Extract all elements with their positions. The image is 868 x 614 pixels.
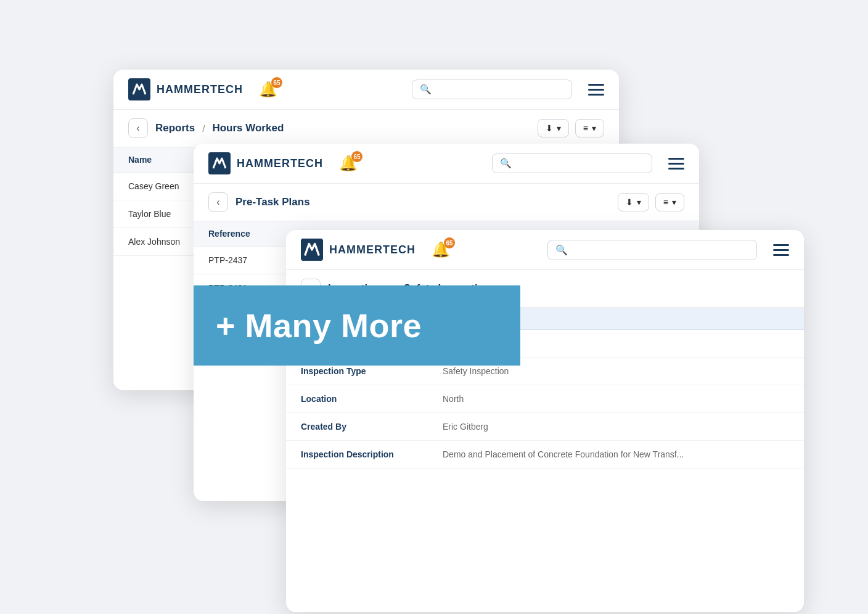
detail-row-created-by: Created By Eric Gitberg [286,413,804,441]
breadcrumb-current-card1: Hours Worked [212,122,284,134]
bell-wrapper-card1[interactable]: 🔔 65 [259,81,277,98]
brand-card2: HAMMERTECH [208,152,323,174]
filter-chevron-card1: ▾ [592,123,596,133]
export-button-card2[interactable]: ⬇ ▾ [618,193,649,211]
search-icon-card1: 🔍 [420,84,432,95]
field-label-inspection-type: Inspection Type [301,366,443,376]
brand-name-card3: HAMMERTECH [329,244,416,256]
search-bar-card1[interactable]: 🔍 [412,80,572,99]
bell-wrapper-card2[interactable]: 🔔 65 [339,155,358,172]
filter-icon-card1: ≡ [583,123,588,133]
header-actions-card1: ⬇ ▾ ≡ ▾ [538,119,604,137]
back-button-card2[interactable]: ‹ [208,192,228,212]
hamburger-card2[interactable] [668,158,684,170]
download-icon-card2: ⬇ [626,197,633,207]
header-actions-card2: ⬇ ▾ ≡ ▾ [618,193,684,211]
detail-row-location: Location North [286,385,804,413]
navbar-card3: HAMMERTECH 🔔 65 🔍 [286,230,804,270]
brand-card1: HAMMERTECH [128,78,243,100]
brand-card3: HAMMERTECH [301,239,416,261]
field-value-created-by: Eric Gitberg [443,422,488,432]
brand-logo-card1 [128,78,150,100]
back-button-card1[interactable]: ‹ [128,118,148,138]
notification-badge-card3: 65 [444,237,455,248]
brand-logo-card3 [301,239,323,261]
field-value-location: North [443,394,464,404]
filter-button-card1[interactable]: ≡ ▾ [575,119,604,137]
export-button-card1[interactable]: ⬇ ▾ [538,119,569,137]
field-label-location: Location [301,394,443,404]
notification-badge-card1: 65 [271,77,282,88]
field-label-description: Inspection Description [301,449,443,459]
search-icon-card3: 🔍 [555,244,568,256]
breadcrumb-sep-card1: / [202,123,205,134]
breadcrumb-parent-card2: Pre-Task Plans [235,196,310,208]
hamburger-card3[interactable] [773,244,789,256]
filter-icon-card2: ≡ [663,197,668,207]
search-bar-card2[interactable]: 🔍 [492,154,652,173]
field-label-created-by: Created By [301,422,443,432]
chevron-down-icon-card2: ▾ [637,197,641,207]
search-input-card1[interactable] [435,84,564,94]
navbar-card2: HAMMERTECH 🔔 65 🔍 [194,144,699,184]
search-input-card3[interactable] [571,245,749,255]
many-more-overlay: + Many More [194,285,520,366]
brand-logo-card2 [208,152,231,174]
subheader-card1: ‹ Reports / Hours Worked ⬇ ▾ ≡ ▾ [113,110,619,147]
filter-chevron-icon-card2: ▾ [672,197,676,207]
subheader-card2: ‹ Pre-Task Plans ⬇ ▾ ≡ ▾ [194,184,699,221]
search-icon-card2: 🔍 [500,158,512,169]
notification-badge-card2: 65 [351,151,362,162]
field-value-inspection-type: Safety Inspection [443,366,509,376]
detail-row-description: Inspection Description Demo and Placemen… [286,441,804,469]
bell-wrapper-card3[interactable]: 🔔 65 [432,241,450,258]
search-bar-card3[interactable]: 🔍 [547,240,757,260]
filter-button-card2[interactable]: ≡ ▾ [655,193,684,211]
navbar-card1: HAMMERTECH 🔔 65 🔍 [113,70,619,110]
many-more-text: + Many More [216,306,422,345]
search-input-card2[interactable] [515,158,644,168]
brand-name-card2: HAMMERTECH [237,157,323,170]
export-icon-card1: ⬇ [546,123,553,133]
hamburger-card1[interactable] [588,84,604,96]
breadcrumb-parent-card1: Reports [155,122,195,134]
export-chevron-card1: ▾ [557,123,561,133]
brand-name-card1: HAMMERTECH [157,83,243,96]
field-value-description: Demo and Placement of Concrete Foundatio… [443,449,684,459]
